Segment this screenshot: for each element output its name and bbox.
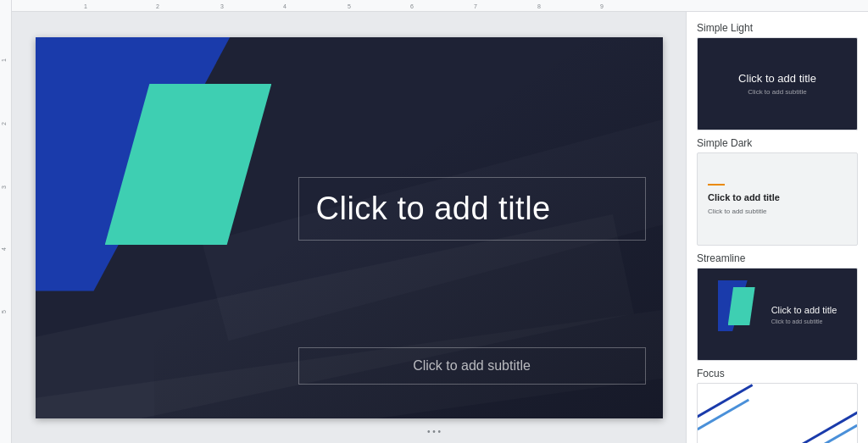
theme-label-streamline: Streamline: [697, 252, 858, 264]
ruler-horizontal: 1 2 3 4 5 6 7 8 9: [12, 0, 868, 11]
slide-title-box[interactable]: Click to add title: [298, 177, 646, 241]
theme-preview-simple-light: Click to add title Click to add subtitle: [697, 37, 858, 130]
focus-line-2: [697, 399, 749, 431]
theme-label-focus: Focus: [697, 368, 858, 379]
theme-item-focus[interactable]: Focus: [687, 364, 868, 443]
streamline-preview-title: Click to add title: [771, 305, 837, 315]
simple-dark-accent-line: [708, 184, 725, 186]
simple-light-preview-title: Click to add title: [738, 72, 816, 85]
theme-preview-streamline: Click to add title Click to add subtitle: [697, 268, 858, 361]
simple-light-preview-subtitle: Click to add subtitle: [748, 88, 806, 96]
focus-line-3: [802, 409, 858, 443]
theme-item-streamline[interactable]: Streamline Click to add title Click to a…: [687, 249, 868, 364]
theme-label-simple-light: Simple Light: [697, 22, 858, 34]
theme-item-simple-dark[interactable]: Simple Dark Click to add title Click to …: [687, 134, 868, 249]
theme-item-simple-light[interactable]: Simple Light Click to add title Click to…: [687, 19, 868, 134]
streamline-shapes: [718, 280, 765, 348]
ruler-vertical: 1 2 3 4 5: [0, 12, 12, 443]
slide-title-placeholder: Click to add title: [316, 191, 628, 227]
right-panel: Simple Light Click to add title Click to…: [686, 12, 868, 443]
theme-preview-focus: [697, 383, 858, 443]
main-layout: 1 2 3 4 5 Click to add title Click to ad…: [0, 12, 868, 443]
ruler-top-container: 1 2 3 4 5 6 7 8 9: [0, 0, 868, 12]
slide-subtitle-box[interactable]: Click to add subtitle: [298, 347, 646, 385]
slide[interactable]: Click to add title Click to add subtitle: [36, 37, 663, 418]
ruler-corner: [0, 0, 12, 12]
canvas-area: Click to add title Click to add subtitle…: [12, 12, 686, 443]
streamline-text-area: Click to add title Click to add subtitle: [771, 305, 837, 324]
slide-dots-indicator: • • •: [427, 423, 441, 438]
simple-dark-preview-title: Click to add title: [708, 192, 780, 202]
streamline-preview-subtitle: Click to add subtitle: [771, 318, 837, 324]
theme-label-simple-dark: Simple Dark: [697, 137, 858, 149]
theme-preview-simple-dark: Click to add title Click to add subtitle: [697, 152, 858, 246]
simple-dark-preview-subtitle: Click to add subtitle: [708, 208, 766, 215]
slide-subtitle-placeholder: Click to add subtitle: [316, 358, 628, 374]
